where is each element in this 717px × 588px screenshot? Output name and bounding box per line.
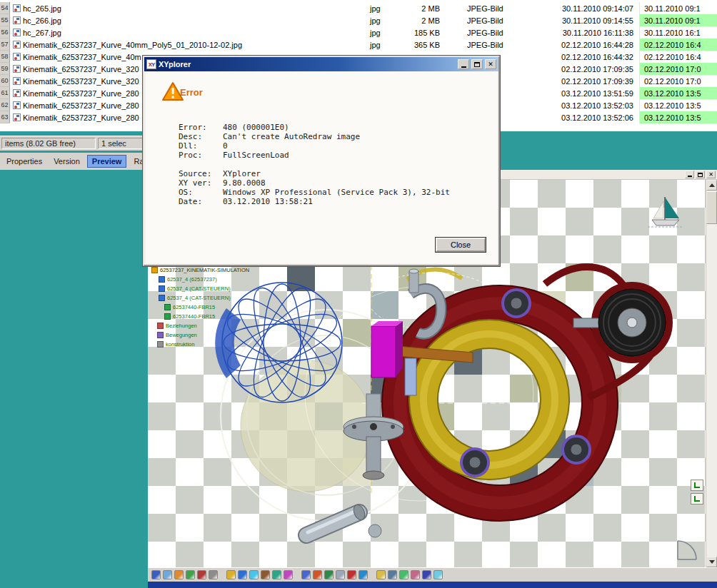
viewport-axis-buttons [691, 480, 703, 505]
cad-toolbar-icon[interactable] [186, 570, 195, 579]
tree-node-label: Beziehungen [166, 323, 197, 329]
tab-version[interactable]: Version [49, 155, 84, 168]
tab-preview[interactable]: Preview [87, 155, 127, 168]
file-row[interactable]: 56hc_267.jpgjpg185 KBJPEG-Bild30.11.2010… [0, 26, 717, 39]
file-date-modified: 02.12.2010 17:09:39 [532, 77, 639, 86]
dialog-title: XYplorer [159, 60, 456, 69]
file-date-modified: 03.12.2010 13:52:03 [532, 101, 639, 110]
file-date-created: 02.12.2010 16:4 [639, 39, 717, 51]
cad-toolbar-icon[interactable] [388, 570, 397, 579]
file-date-created: 02.12.2010 17:0 [639, 63, 717, 75]
tree-item[interactable]: 62537_4 (62537237) [159, 275, 249, 283]
row-number: 61 [0, 87, 10, 99]
cad-toolbar-icon[interactable] [336, 570, 345, 579]
file-date-modified: 02.12.2010 16:44:28 [532, 41, 639, 49]
tree-item[interactable]: 62537237_KINEMATIK-SIMULATION [151, 265, 249, 274]
error-detail-value: 480 (000001E0) [223, 123, 289, 132]
file-date-created: 03.12.2010 13:5 [639, 99, 717, 111]
minimize-icon[interactable] [685, 171, 694, 178]
row-number: 55 [0, 14, 10, 26]
file-icon-cell [10, 41, 23, 49]
cad-toolbar-icon[interactable] [324, 570, 334, 579]
file-icon-cell [10, 16, 23, 24]
error-detail-line [179, 160, 450, 169]
file-row[interactable]: 57Kinematik_62537237_Kurve_40mm_Poly5_01… [0, 39, 717, 51]
error-detail-line: Date:03.12.2010 13:58:21 [179, 197, 450, 206]
cad-toolbar-icon[interactable] [238, 570, 247, 579]
cad-toolbar-icon[interactable] [284, 570, 293, 579]
tab-properties[interactable]: Properties [2, 155, 46, 168]
cad-toolbar-icon[interactable] [358, 570, 368, 579]
file-kind: JPEG-Bild [443, 4, 532, 13]
file-date-created: 03.12.2010 13:5 [639, 87, 717, 99]
tree-node-icon [157, 323, 164, 329]
dialog-body: Error Error:480 (000001E0)Desc:Can't cre… [146, 71, 497, 263]
cad-toolbar-icon[interactable] [174, 570, 184, 579]
tree-item[interactable]: Beziehungen [157, 321, 249, 330]
scroll-up-icon[interactable] [706, 180, 717, 191]
tree-node-label: konstruktion [166, 341, 194, 348]
image-file-icon [13, 65, 21, 73]
cad-toolbar-icon[interactable] [151, 570, 161, 579]
error-detail-label: Date: [179, 197, 223, 206]
axis-graph-icon[interactable] [691, 493, 703, 505]
error-detail-label: XY ver: [179, 178, 223, 188]
tree-item[interactable]: 62537440-FBR15 [164, 303, 249, 311]
cad-toolbar-icon[interactable] [301, 570, 311, 579]
file-type: jpg [364, 41, 393, 49]
xyplorer-app-icon: XY [146, 59, 156, 69]
tree-item[interactable]: Bewegungen [157, 330, 249, 339]
cad-toolbar-icon[interactable] [163, 570, 172, 579]
cad-toolbar-icon[interactable] [347, 570, 356, 579]
cad-toolbar-icon[interactable] [411, 570, 420, 579]
scroll-down-icon[interactable] [706, 557, 717, 567]
file-type: jpg [364, 29, 393, 37]
file-type: jpg [364, 16, 393, 25]
tree-item[interactable]: 62537_4 (CAT-STEUERN) [159, 284, 249, 293]
error-dialog: XY XYplorer ✕ Error Error:480 (000001E0)… [143, 56, 500, 266]
close-icon[interactable]: ✕ [706, 171, 716, 178]
cad-toolbar-icon[interactable] [209, 570, 218, 579]
file-size: 2 MB [393, 4, 443, 13]
file-row[interactable]: 55hc_266.jpgjpg2 MBJPEG-Bild30.11.2010 0… [0, 14, 717, 26]
tree-node-icon [164, 313, 171, 320]
file-row[interactable]: 54hc_265.jpgjpg2 MBJPEG-Bild30.11.2010 0… [0, 2, 717, 14]
status-selection-text: 1 selec [98, 138, 146, 149]
file-name: Kinematik_62537237_Kurve_40mm_Poly5_01_2… [23, 41, 364, 49]
cad-toolbar-icon[interactable] [376, 570, 386, 579]
tree-node-icon [159, 295, 165, 301]
close-button[interactable]: Close [436, 238, 486, 252]
image-file-icon [13, 77, 21, 85]
cad-toolbar-icon[interactable] [272, 570, 281, 579]
error-detail-line: Dll:0 [179, 141, 450, 151]
close-icon[interactable]: ✕ [485, 59, 496, 69]
image-file-icon [13, 16, 21, 24]
file-size: 2 MB [393, 16, 443, 25]
minimize-icon[interactable] [458, 59, 469, 69]
tree-item[interactable]: konstruktion [157, 340, 249, 348]
cad-toolbar-icon[interactable] [433, 570, 443, 579]
restore-icon[interactable] [696, 171, 705, 178]
dialog-titlebar[interactable]: XY XYplorer ✕ [144, 57, 498, 71]
file-icon-cell [10, 101, 23, 109]
cad-toolbar-icon[interactable] [422, 570, 431, 579]
axis-graph-icon[interactable] [691, 480, 703, 491]
tree-item[interactable]: 62537440-FBR15 [164, 312, 249, 320]
cad-toolbar-icon[interactable] [399, 570, 408, 579]
cad-toolbar-icon[interactable] [249, 570, 259, 579]
tree-item[interactable]: 62537_4 (CAT-STEUERN) [159, 293, 249, 302]
cad-toolbar-icon[interactable] [261, 570, 270, 579]
file-name: hc_266.jpg [23, 16, 364, 25]
maximize-icon[interactable] [471, 59, 483, 69]
cad-toolbar-icon[interactable] [226, 570, 236, 579]
cad-toolbar-icon[interactable] [197, 570, 206, 579]
cad-toolbar-icon[interactable] [313, 570, 322, 579]
file-date-created: 30.11.2010 09:1 [639, 2, 717, 14]
image-file-icon [13, 41, 21, 49]
vertical-scrollbar[interactable] [706, 180, 717, 567]
file-size: 185 KB [393, 29, 443, 37]
tree-node-label: 62537_4 (CAT-STEUERN) [167, 285, 231, 292]
error-detail-value: Can't create AutoRedraw image [223, 132, 360, 141]
error-detail-label: Dll: [179, 141, 223, 151]
scrollbar-thumb[interactable] [706, 191, 717, 224]
